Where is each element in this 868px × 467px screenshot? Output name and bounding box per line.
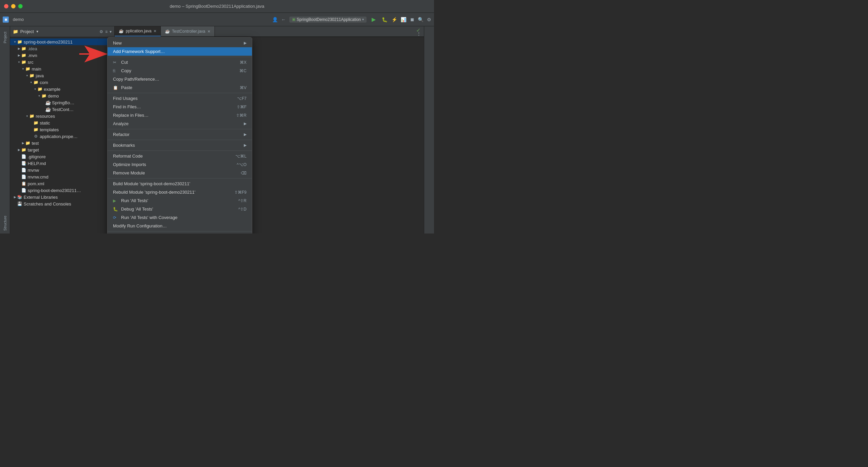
run-button[interactable]: ▶ bbox=[370, 16, 377, 23]
menu-item-add-framework[interactable]: Add Framework Support… bbox=[108, 47, 252, 56]
tree-application-item[interactable]: ▶ ⚙ application.prope… bbox=[10, 133, 114, 140]
menu-item-copy-path-label: Copy Path/Reference… bbox=[113, 77, 159, 82]
tree-com-item[interactable]: ▾ 📁 com bbox=[10, 79, 114, 86]
com-label: com bbox=[40, 80, 48, 85]
springbootdemo-label: spring-boot-demo230211… bbox=[28, 188, 81, 193]
minimize-button[interactable] bbox=[11, 4, 16, 8]
collapse-icon[interactable]: ▾ bbox=[110, 29, 112, 34]
menu-item-copy[interactable]: ⎘ Copy ⌘C bbox=[108, 66, 252, 75]
copy-path-label-text: Copy Path/Reference… bbox=[113, 77, 159, 82]
menu-item-rebuild-module[interactable]: Rebuild Module 'spring-boot-demo230211' … bbox=[108, 188, 252, 196]
menu-item-copy-label: ⎘ Copy bbox=[113, 68, 131, 73]
menu-item-build-module[interactable]: Build Module 'spring-boot-demo230211' bbox=[108, 180, 252, 188]
menu-item-optimize[interactable]: Optimize Imports ^⌥O bbox=[108, 160, 252, 169]
settings-icon[interactable]: ⚙ bbox=[427, 17, 431, 22]
folder-icon: 📁 bbox=[21, 59, 26, 65]
tab-java-icon-2: ☕ bbox=[165, 29, 170, 34]
run-config-selector[interactable]: ▣ SpringBootDemo230211Application ▾ bbox=[289, 17, 367, 23]
menu-item-find-files[interactable]: Find in Files… ⇧⌘F bbox=[108, 103, 252, 111]
tree-mvnwcmd-item[interactable]: ▶ 📄 mvnw.cmd bbox=[10, 173, 114, 180]
right-sidebar-strip bbox=[424, 26, 434, 234]
analyze-arrow-icon: ▶ bbox=[244, 121, 247, 126]
menu-item-remove-module[interactable]: Remove Module ⌫ bbox=[108, 169, 252, 177]
tree-test-item[interactable]: ▶ 📁 test bbox=[10, 140, 114, 146]
tab-close-2[interactable]: ✕ bbox=[207, 29, 210, 34]
debug-all-tests-shortcut: ^⇧D bbox=[238, 207, 247, 212]
analyze-label-text: Analyze bbox=[113, 121, 128, 126]
menu-item-run-coverage[interactable]: ⟳ Run 'All Tests' with Coverage bbox=[108, 213, 252, 222]
menu-item-refactor[interactable]: Refactor ▶ bbox=[108, 130, 252, 139]
tree-helpmd-item[interactable]: ▶ 📑 HELP.md bbox=[10, 160, 114, 167]
app-logo: ▣ bbox=[3, 17, 9, 23]
tree-templates-item[interactable]: ▶ 📁 templates bbox=[10, 126, 114, 133]
close-button[interactable] bbox=[4, 4, 8, 8]
tree-arrow: ▶ bbox=[17, 47, 21, 51]
tree-scratches-item[interactable]: ▶ 💾 Scratches and Consoles bbox=[10, 200, 114, 207]
tree-mvnw-item[interactable]: ▶ 📄 mvnw bbox=[10, 167, 114, 173]
menu-item-replace-files[interactable]: Replace in Files… ⇧⌘R bbox=[108, 111, 252, 119]
project-folder-icon: 📁 bbox=[13, 29, 18, 34]
profile-icon[interactable]: 👤 bbox=[272, 17, 278, 22]
tree-gitignore-item[interactable]: ▶ 📄 .gitignore bbox=[10, 153, 114, 160]
optimize-label-text: Optimize Imports bbox=[113, 162, 146, 167]
tree-testcont-item[interactable]: ▶ ☕ TestCont… bbox=[10, 106, 114, 113]
profiler-icon[interactable]: 📊 bbox=[401, 17, 406, 22]
scratches-icon: 💾 bbox=[17, 201, 22, 207]
back-icon[interactable]: ← bbox=[281, 17, 286, 22]
menu-item-paste[interactable]: 📋 Paste ⌘V bbox=[108, 83, 252, 92]
tree-pomxml-item[interactable]: ▶ 📋 pom.xml bbox=[10, 180, 114, 187]
search-icon[interactable]: 🔍 bbox=[418, 17, 424, 22]
tab-close-1[interactable]: ✕ bbox=[153, 29, 156, 33]
build-module-label-text: Build Module 'spring-boot-demo230211' bbox=[113, 181, 190, 186]
run-tests-icon: ▶ bbox=[113, 198, 118, 203]
bookmarks-arrow-icon: ▶ bbox=[244, 143, 247, 147]
project-dropdown-arrow[interactable]: ▾ bbox=[36, 29, 38, 34]
menu-item-open-in[interactable]: Open In ▶ bbox=[108, 232, 252, 234]
modify-run-config-label-text: Modify Run Configuration… bbox=[113, 223, 167, 228]
coverage-icon[interactable]: ⚡ bbox=[392, 17, 397, 22]
menu-item-debug-all-tests[interactable]: 🐛 Debug 'All Tests' ^⇧D bbox=[108, 205, 252, 213]
menu-item-analyze[interactable]: Analyze ▶ bbox=[108, 119, 252, 128]
menu-item-copy-path[interactable]: Copy Path/Reference… bbox=[108, 75, 252, 83]
tree-arrow: ▶ bbox=[13, 195, 17, 199]
tree-arrow: ▾ bbox=[17, 60, 21, 64]
gitignore-label: .gitignore bbox=[28, 154, 46, 159]
menu-item-reformat[interactable]: Reformat Code ⌥⌘L bbox=[108, 152, 252, 160]
project-tab[interactable]: Project bbox=[2, 29, 8, 46]
folder-icon: 📁 bbox=[21, 46, 26, 51]
menu-separator-1 bbox=[108, 57, 252, 57]
tree-example-item[interactable]: ▾ 📁 example bbox=[10, 86, 114, 92]
titlebar: demo – SpringBootDemo230211Application.j… bbox=[0, 0, 434, 13]
resources-folder-icon: 📁 bbox=[29, 113, 34, 119]
tree-resources-item[interactable]: ▾ 📁 resources bbox=[10, 113, 114, 119]
menu-item-bookmarks[interactable]: Bookmarks ▶ bbox=[108, 141, 252, 149]
mvn-label: .mvn bbox=[28, 53, 37, 58]
tree-springbo-item[interactable]: ▶ ☕ SpringBo… bbox=[10, 99, 114, 106]
maximize-button[interactable] bbox=[18, 4, 23, 8]
debug-all-tests-label-text: Debug 'All Tests' bbox=[121, 207, 153, 212]
rebuild-module-label-text: Rebuild Module 'spring-boot-demo230211' bbox=[113, 190, 195, 195]
tree-demo-item[interactable]: ▾ 📁 demo bbox=[10, 92, 114, 99]
menu-item-cut[interactable]: ✂ Cut ⌘X bbox=[108, 58, 252, 66]
tree-arrow: ▾ bbox=[25, 74, 29, 78]
debug-button[interactable]: 🐛 bbox=[381, 16, 388, 23]
tree-springbootdemo-item[interactable]: ▶ 📄 spring-boot-demo230211… bbox=[10, 187, 114, 194]
debug-tests-icon: 🐛 bbox=[113, 207, 118, 212]
gear-icon[interactable]: ⚙ bbox=[99, 29, 103, 34]
menu-item-modify-run-config[interactable]: Modify Run Configuration… bbox=[108, 222, 252, 230]
menu-item-run-all-tests[interactable]: ▶ Run 'All Tests' ^⇧R bbox=[108, 196, 252, 205]
stop-icon[interactable]: ⏹ bbox=[410, 17, 414, 22]
tree-extlibs-item[interactable]: ▶ 📚 External Libraries bbox=[10, 194, 114, 200]
run-all-tests-label-text: Run 'All Tests' bbox=[121, 198, 148, 203]
tree-static-item[interactable]: ▶ 📁 static bbox=[10, 119, 114, 126]
sort-icon[interactable]: ≡ bbox=[105, 29, 108, 34]
menu-item-find-usages[interactable]: Find Usages ⌥F7 bbox=[108, 94, 252, 103]
structure-tab[interactable]: Structure bbox=[2, 213, 8, 234]
editor-tab-application[interactable]: ☕ pplication.java ✕ bbox=[115, 26, 161, 36]
tree-java-item[interactable]: ▾ 📁 java bbox=[10, 72, 114, 79]
menu-item-new[interactable]: New ▶ bbox=[108, 39, 252, 47]
demo-label: demo bbox=[48, 93, 59, 99]
editor-tab-testcontroller[interactable]: ☕ TestController.java ✕ bbox=[161, 26, 215, 36]
tree-target-item[interactable]: ▶ 📁 target bbox=[10, 146, 114, 153]
menu-item-find-usages-label: Find Usages bbox=[113, 96, 138, 101]
